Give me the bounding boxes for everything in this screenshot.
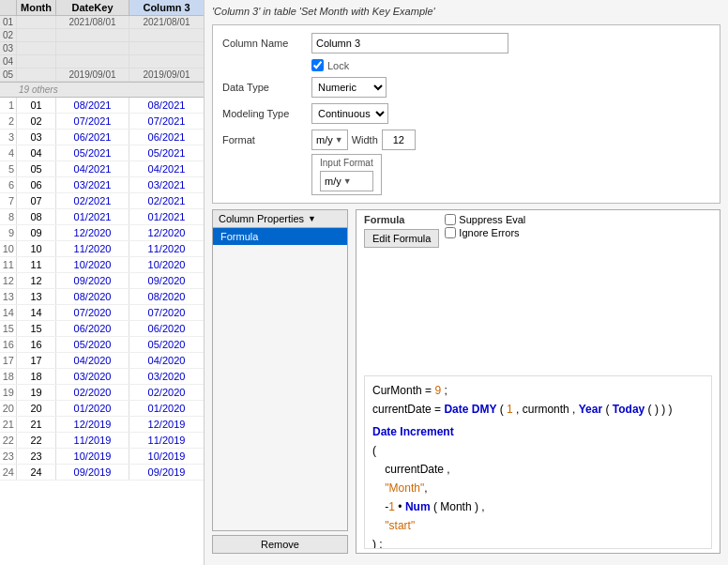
table-row[interactable]: 13 13 08/2020 08/2020 <box>0 289 204 305</box>
ignore-errors-option: Ignore Errors <box>445 227 525 238</box>
others-row: 19 others <box>0 83 204 98</box>
code-line-5: currentDate , <box>372 461 704 478</box>
code-line-8: "start" <box>372 517 704 534</box>
right-panel: 'Column 3' in table 'Set Month with Key … <box>205 0 728 565</box>
lock-label: Lock <box>327 60 349 71</box>
formula-area: Formula Edit Formula Suppress Eval Ignor… <box>364 214 712 375</box>
code-line-4: ( <box>372 442 704 459</box>
modeling-type-select[interactable]: Continuous Ordinal Nominal <box>311 103 388 124</box>
input-format-group: Input Format m/y ▼ <box>311 154 710 195</box>
code-line-7: -1 • Num ( Month ) , <box>372 498 704 515</box>
chevron-down-icon: ▼ <box>308 214 316 223</box>
preview-row: 01 2021/08/01 2021/08/01 <box>0 16 204 29</box>
formula-section-label: Formula <box>364 214 404 225</box>
col-col3-header: Column 3 <box>129 0 204 15</box>
table-row[interactable]: 2 02 07/2021 07/2021 <box>0 114 204 130</box>
col-props-left: Column Properties ▼ Formula Remove <box>212 209 348 554</box>
left-panel: Month DateKey Column 3 01 2021/08/01 202… <box>0 0 205 565</box>
modeling-type-label: Modeling Type <box>222 108 311 119</box>
code-line-2: currentDate = Date DMY ( 1 , curmonth , … <box>372 401 704 418</box>
col-props-item-formula[interactable]: Formula <box>213 228 347 245</box>
table-row[interactable]: 23 23 10/2019 10/2019 <box>0 449 204 465</box>
format-row: Format m/y ▼ Width <box>222 130 710 150</box>
table-row[interactable]: 19 19 02/2020 02/2020 <box>0 385 204 401</box>
suppress-eval-option: Suppress Eval <box>445 214 525 225</box>
table-row[interactable]: 18 18 03/2020 03/2020 <box>0 369 204 385</box>
remove-button[interactable]: Remove <box>212 535 348 554</box>
table-row[interactable]: 21 21 12/2019 12/2019 <box>0 417 204 433</box>
table-row[interactable]: 11 11 10/2020 10/2020 <box>0 257 204 273</box>
lock-checkbox[interactable] <box>311 59 324 71</box>
column-name-input[interactable] <box>311 33 508 53</box>
modeling-type-control: Continuous Ordinal Nominal <box>311 103 388 124</box>
width-label: Width <box>352 134 378 145</box>
col-props-section: Column Properties ▼ Formula Remove Formu… <box>212 209 720 554</box>
format-controls: m/y ▼ Width <box>311 130 416 150</box>
col-props-list: Formula <box>212 228 348 531</box>
formula-options: Suppress Eval Ignore Errors <box>445 214 525 375</box>
column-name-control <box>311 33 508 53</box>
table-row[interactable]: 9 09 12/2020 12/2020 <box>0 225 204 241</box>
table-row[interactable]: 16 16 05/2020 05/2020 <box>0 337 204 353</box>
ignore-errors-label: Ignore Errors <box>459 227 519 238</box>
width-input[interactable] <box>382 130 416 150</box>
formula-right: Formula Edit Formula Suppress Eval Ignor… <box>356 209 720 554</box>
preview-col3: 2021/08/01 <box>129 16 204 28</box>
data-table[interactable]: 1 01 08/2021 08/2021 2 02 07/2021 07/202… <box>0 98 204 565</box>
code-line-6: "Month", <box>372 480 704 496</box>
table-row[interactable]: 14 14 07/2020 07/2020 <box>0 305 204 321</box>
table-row[interactable]: 17 17 04/2020 04/2020 <box>0 353 204 369</box>
preview-row: 04 <box>0 55 204 69</box>
others-label: 19 others <box>2 84 58 95</box>
preview-datekey: 2021/08/01 <box>56 16 129 28</box>
table-row[interactable]: 3 03 06/2021 06/2021 <box>0 130 204 145</box>
table-row[interactable]: 6 06 03/2021 03/2021 <box>0 177 204 193</box>
table-row[interactable]: 12 12 09/2020 09/2020 <box>0 273 204 289</box>
table-header: Month DateKey Column 3 <box>0 0 204 16</box>
format-label: Format <box>222 134 311 145</box>
chevron-down-icon: ▼ <box>343 176 352 186</box>
format-dropdown[interactable]: m/y ▼ <box>311 130 348 150</box>
col-month-header: Month <box>17 0 56 15</box>
table-row[interactable]: 1 01 08/2021 08/2021 <box>0 98 204 114</box>
table-row[interactable]: 5 05 04/2021 04/2021 <box>0 161 204 177</box>
column-name-label: Column Name <box>222 38 311 49</box>
preview-row: 02 <box>0 29 204 42</box>
table-row[interactable]: 24 24 09/2019 09/2019 <box>0 465 204 481</box>
preview-row: 05 2019/09/01 2019/09/01 <box>0 69 204 82</box>
ignore-errors-checkbox[interactable] <box>445 227 456 238</box>
col-props-header-label: Column Properties <box>219 213 304 224</box>
format-value: m/y <box>316 134 333 145</box>
edit-formula-button[interactable]: Edit Formula <box>364 229 439 248</box>
data-type-label: Data Type <box>222 82 311 93</box>
table-row[interactable]: 8 08 01/2021 01/2021 <box>0 209 204 225</box>
col-datekey-header: DateKey <box>56 0 129 15</box>
data-type-select[interactable]: Numeric Text Date <box>311 77 387 98</box>
formula-container: Formula Edit Formula Suppress Eval Ignor… <box>356 209 720 554</box>
suppress-eval-label: Suppress Eval <box>459 214 525 225</box>
table-row[interactable]: 4 04 05/2021 05/2021 <box>0 145 204 161</box>
preview-rows: 01 2021/08/01 2021/08/01 02 03 04 05 201… <box>0 16 204 83</box>
code-line-9: ) ; <box>372 536 704 550</box>
input-format-title: Input Format <box>320 158 373 168</box>
data-type-control: Numeric Text Date <box>311 77 387 98</box>
table-row[interactable]: 20 20 01/2020 01/2020 <box>0 401 204 417</box>
column-properties-header[interactable]: Column Properties ▼ <box>212 209 348 228</box>
input-format-value: m/y <box>325 176 341 187</box>
column-name-row: Column Name <box>222 33 710 53</box>
modeling-type-row: Modeling Type Continuous Ordinal Nominal <box>222 103 710 124</box>
input-format-dropdown[interactable]: m/y ▼ <box>320 171 373 191</box>
table-row[interactable]: 7 07 02/2021 02/2021 <box>0 193 204 209</box>
preview-num: 01 <box>0 16 17 28</box>
table-row[interactable]: 15 15 06/2020 06/2020 <box>0 321 204 337</box>
table-row[interactable]: 22 22 11/2019 11/2019 <box>0 433 204 449</box>
suppress-eval-checkbox[interactable] <box>445 214 456 225</box>
preview-row: 03 <box>0 42 204 55</box>
data-type-row: Data Type Numeric Text Date <box>222 77 710 98</box>
col-num-header <box>0 0 17 15</box>
table-row[interactable]: 10 10 11/2020 11/2020 <box>0 241 204 257</box>
formula-code-display: CurMonth = 9 ; currentDate = Date DMY ( … <box>364 375 712 550</box>
lock-row: Lock <box>311 59 710 71</box>
form-section: Column Name Lock Data Type Numeric Text … <box>212 24 720 204</box>
chevron-down-icon: ▼ <box>335 135 343 145</box>
